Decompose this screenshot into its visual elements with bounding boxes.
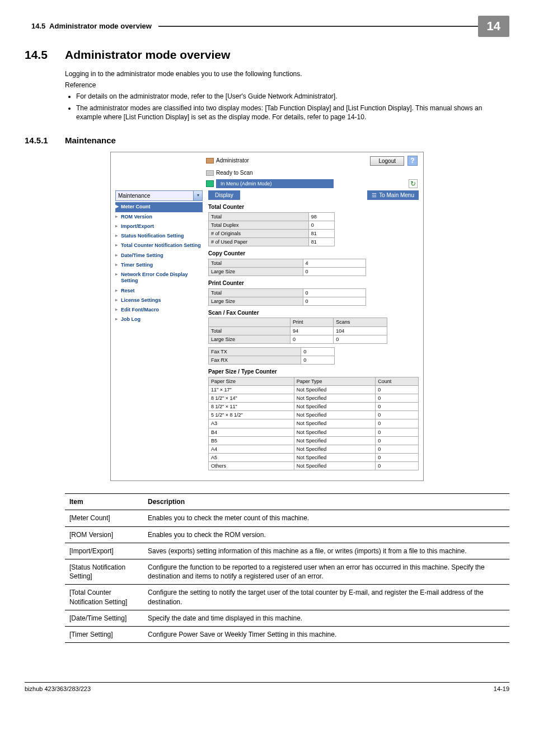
paper-type-cell: Not Specified: [294, 385, 375, 394]
tc-duplex-label: Total Duplex: [209, 221, 309, 230]
section-text: Administrator mode overview: [65, 48, 230, 61]
nav-status-notification[interactable]: Status Notification Setting: [115, 231, 203, 241]
paper-type-cell: Not Specified: [294, 453, 375, 461]
desc-text-cell: Configure the setting to notify the targ…: [143, 585, 509, 610]
paper-count-cell: 0: [376, 462, 419, 470]
copy-counter-table: Total4 Large Size0: [208, 259, 366, 276]
paper-size-cell: 8 1/2" × 11": [209, 403, 294, 411]
ready-label: Ready to Scan: [216, 169, 253, 177]
header-section-no: 14.5: [31, 22, 45, 30]
tc-total-label: Total: [209, 212, 309, 221]
to-main-menu-button[interactable]: ☰ To Main Menu: [367, 190, 419, 200]
paper-count-cell: 0: [376, 428, 419, 436]
pt-h-count: Count: [376, 377, 419, 385]
tc-duplex-value: 0: [308, 221, 334, 230]
header-section-label: Administrator mode overview: [49, 22, 152, 30]
cc-total-label: Total: [209, 259, 303, 267]
paper-count-cell: 0: [376, 436, 419, 445]
paper-type-cell: Not Specified: [294, 445, 375, 453]
desc-h-item: Item: [65, 494, 143, 510]
nav-timer[interactable]: Timer Setting: [115, 260, 203, 270]
paper-count-cell: 0: [376, 453, 419, 461]
paper-type-table: Paper Size Paper Type Count 11" × 17"Not…: [208, 377, 419, 471]
display-button[interactable]: Display: [208, 190, 240, 200]
paper-count-cell: 0: [376, 394, 419, 402]
paper-size-cell: A4: [209, 445, 294, 453]
nav-edit-font-macro[interactable]: Edit Font/Macro: [115, 305, 203, 315]
paper-type-cell: Not Specified: [294, 394, 375, 402]
subsection-text: Maintenance: [65, 136, 116, 145]
paper-type-cell: Not Specified: [294, 436, 375, 445]
paper-type-cell: Not Specified: [294, 428, 375, 436]
maintenance-dropdown[interactable]: Maintenance ▾: [115, 190, 203, 202]
paper-size-cell: A5: [209, 453, 294, 461]
table-row: A5Not Specified0: [209, 453, 419, 461]
nav-job-log[interactable]: Job Log: [115, 315, 203, 324]
desc-item-cell: [ROM Version]: [65, 526, 143, 543]
nav-date-time[interactable]: Date/Time Setting: [115, 251, 203, 260]
paper-size-cell: A3: [209, 419, 294, 428]
nav-import-export[interactable]: Import/Export: [115, 222, 203, 231]
paper-type-heading: Paper Size / Type Counter: [208, 368, 419, 376]
intro-block: Logging in to the administrator mode ena…: [65, 69, 509, 122]
sf-total-scans: 104: [334, 326, 387, 335]
table-row: [Total Counter Notification Setting]Conf…: [65, 585, 509, 610]
refresh-button[interactable]: ↻: [409, 179, 418, 188]
footer-right: 14-19: [494, 685, 509, 693]
nav-license[interactable]: License Settings: [115, 296, 203, 305]
nav-meter-count[interactable]: Meter Count: [115, 202, 203, 212]
page-footer: bizhub 423/363/283/223 14-19: [25, 682, 509, 693]
sf-large-print: 0: [290, 335, 333, 343]
pc-total-value: 0: [303, 288, 366, 297]
subsection-title: 14.5.1Maintenance: [25, 135, 509, 146]
paper-count-cell: 0: [376, 419, 419, 428]
paper-count-cell: 0: [376, 445, 419, 453]
to-main-menu-label: To Main Menu: [379, 192, 414, 199]
desc-text-cell: Enables you to check the ROM version.: [143, 526, 509, 543]
table-row: [Meter Count]Enables you to check the me…: [65, 510, 509, 526]
chevron-down-icon: ▾: [194, 190, 203, 202]
maintenance-dropdown-label: Maintenance: [115, 190, 194, 202]
nav-rom-version[interactable]: ROM Version: [115, 212, 203, 222]
table-row: 8 1/2" × 11"Not Specified0: [209, 403, 419, 411]
print-counter-table: Total0 Large Size0: [208, 288, 366, 306]
print-counter-heading: Print Counter: [208, 279, 419, 287]
logout-button[interactable]: Logout: [370, 156, 404, 166]
fax-tx-label: Fax TX: [209, 347, 301, 356]
table-row: 8 1/2" × 14"Not Specified0: [209, 394, 419, 402]
desc-h-desc: Description: [143, 494, 509, 510]
admin-screenshot: Administrator Logout ? Ready to Scan In …: [110, 152, 424, 481]
menu-icon: ☰: [372, 192, 377, 199]
table-row: [Timer Setting]Configure Power Save or W…: [65, 626, 509, 642]
subsection-number: 14.5.1: [25, 135, 65, 146]
table-row: [Status Notification Setting]Configure t…: [65, 559, 509, 584]
intro-bullet-1: For details on the administrator mode, r…: [76, 92, 509, 101]
paper-type-cell: Not Specified: [294, 419, 375, 428]
desc-text-cell: Saves (exports) setting information of t…: [143, 543, 509, 559]
table-row: B5Not Specified0: [209, 436, 419, 445]
paper-count-cell: 0: [376, 403, 419, 411]
nav-network-error-code[interactable]: Network Error Code Display Setting: [115, 270, 203, 286]
desc-item-cell: [Status Notification Setting]: [65, 559, 143, 584]
footer-left: bizhub 423/363/283/223: [25, 685, 91, 693]
desc-item-cell: [Import/Export]: [65, 543, 143, 559]
administrator-label: Administrator: [216, 157, 249, 165]
paper-type-cell: Not Specified: [294, 462, 375, 470]
sf-print-head: Print: [290, 318, 333, 326]
help-button[interactable]: ?: [407, 156, 418, 166]
admin-icon: [206, 158, 214, 164]
table-row: 11" × 17"Not Specified0: [209, 385, 419, 394]
item-description-table: Item Description [Meter Count]Enables yo…: [65, 493, 509, 643]
sf-scans-head: Scans: [334, 318, 387, 326]
table-row: [ROM Version]Enables you to check the RO…: [65, 526, 509, 543]
intro-p1: Logging in to the administrator mode ena…: [65, 69, 509, 78]
table-row: [Date/Time Setting]Specify the date and …: [65, 610, 509, 626]
nav-panel: Maintenance ▾ Meter Count ROM Version Im…: [111, 190, 206, 480]
tc-used-label: # of Used Paper: [209, 238, 309, 246]
nav-reset[interactable]: Reset: [115, 286, 203, 296]
tc-orig-value: 81: [308, 230, 334, 238]
reference-label: Reference: [65, 81, 509, 90]
paper-size-cell: 11" × 17": [209, 385, 294, 394]
nav-total-counter-notification[interactable]: Total Counter Notification Setting: [115, 241, 203, 250]
pt-h-type: Paper Type: [294, 377, 375, 385]
